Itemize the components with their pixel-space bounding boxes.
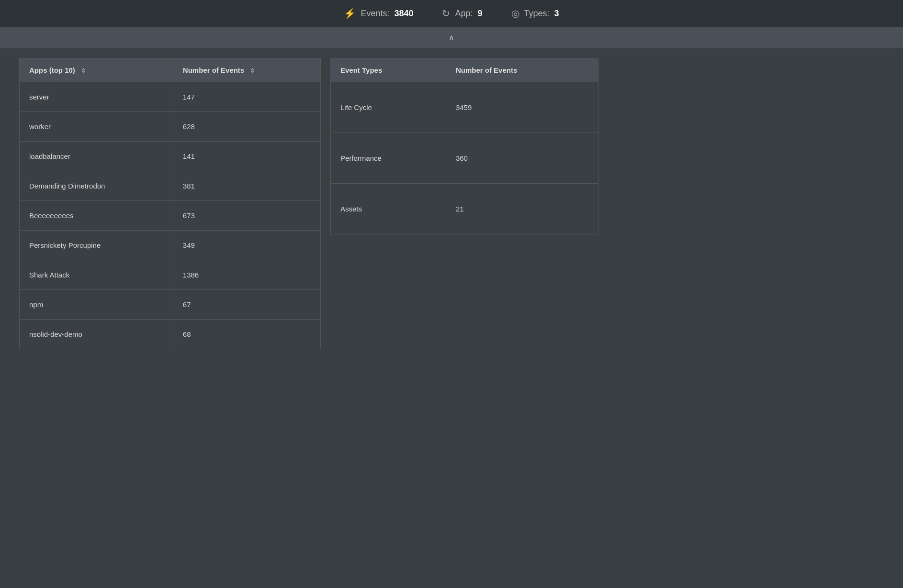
types-icon: ◎: [511, 8, 519, 19]
table-row: Life Cycle 3459: [331, 82, 598, 133]
type-col-header: Event Types: [331, 58, 446, 82]
top-bar: ⚡ Events: 3840 ↻ App: 9 ◎ Types: 3: [0, 0, 903, 27]
events-col-header[interactable]: Number of Events ⇕: [173, 58, 320, 82]
type-name-cell: Life Cycle: [331, 82, 446, 133]
type-events-col-label: Number of Events: [456, 66, 517, 74]
app-name-cell: loadbalancer: [20, 142, 173, 171]
apps-col-header[interactable]: Apps (top 10) ⇕: [20, 58, 173, 82]
events-col-label: Number of Events: [183, 66, 244, 74]
app-value: 9: [478, 9, 483, 19]
app-events-cell: 141: [173, 142, 320, 171]
events-icon: ⚡: [344, 8, 356, 19]
apps-table: Apps (top 10) ⇕ Number of Events ⇕ serve…: [19, 58, 321, 349]
app-events-cell: 68: [173, 320, 320, 349]
app-name-cell: Demanding Dimetrodon: [20, 171, 173, 201]
table-row: worker 628: [20, 112, 321, 142]
types-stat: ◎ Types: 3: [511, 8, 559, 19]
types-table: Event Types Number of Events Life Cycle …: [330, 58, 598, 234]
app-name-cell: Persnickety Porcupine: [20, 231, 173, 260]
type-col-label: Event Types: [340, 66, 382, 74]
type-name-cell: Assets: [331, 184, 446, 234]
app-label: App:: [455, 9, 473, 19]
app-stat: ↻ App: 9: [442, 8, 482, 19]
type-events-cell: 3459: [446, 82, 598, 133]
app-name-cell: Shark Attack: [20, 260, 173, 290]
app-events-cell: 673: [173, 201, 320, 231]
table-row: Shark Attack 1386: [20, 260, 321, 290]
app-name-cell: worker: [20, 112, 173, 142]
main-content: Apps (top 10) ⇕ Number of Events ⇕ serve…: [0, 48, 903, 359]
app-events-cell: 147: [173, 82, 320, 112]
app-events-cell: 381: [173, 171, 320, 201]
types-value: 3: [554, 9, 559, 19]
chevron-up-icon: ∧: [449, 33, 454, 42]
table-row: loadbalancer 141: [20, 142, 321, 171]
type-events-col-header: Number of Events: [446, 58, 598, 82]
types-table-container: Event Types Number of Events Life Cycle …: [330, 58, 598, 349]
app-name-cell: Beeeeeeeees: [20, 201, 173, 231]
type-events-cell: 360: [446, 133, 598, 184]
table-row: Performance 360: [331, 133, 598, 184]
table-row: nsolid-dev-demo 68: [20, 320, 321, 349]
table-row: Beeeeeeeees 673: [20, 201, 321, 231]
table-row: Persnickety Porcupine 349: [20, 231, 321, 260]
app-name-cell: server: [20, 82, 173, 112]
apps-col-label: Apps (top 10): [29, 66, 75, 74]
events-value: 3840: [394, 9, 413, 19]
table-row: Assets 21: [331, 184, 598, 234]
app-events-cell: 628: [173, 112, 320, 142]
apps-table-container: Apps (top 10) ⇕ Number of Events ⇕ serve…: [19, 58, 321, 349]
type-events-cell: 21: [446, 184, 598, 234]
app-name-cell: nsolid-dev-demo: [20, 320, 173, 349]
app-events-cell: 67: [173, 290, 320, 320]
events-sort-icon[interactable]: ⇕: [250, 67, 255, 74]
table-row: Demanding Dimetrodon 381: [20, 171, 321, 201]
table-row: npm 67: [20, 290, 321, 320]
app-events-cell: 349: [173, 231, 320, 260]
events-label: Events:: [361, 9, 389, 19]
events-stat: ⚡ Events: 3840: [344, 8, 413, 19]
app-icon: ↻: [442, 8, 450, 19]
types-label: Types:: [524, 9, 550, 19]
app-events-cell: 1386: [173, 260, 320, 290]
app-name-cell: npm: [20, 290, 173, 320]
table-row: server 147: [20, 82, 321, 112]
collapse-bar[interactable]: ∧: [0, 27, 903, 48]
apps-sort-icon[interactable]: ⇕: [81, 67, 86, 74]
type-name-cell: Performance: [331, 133, 446, 184]
